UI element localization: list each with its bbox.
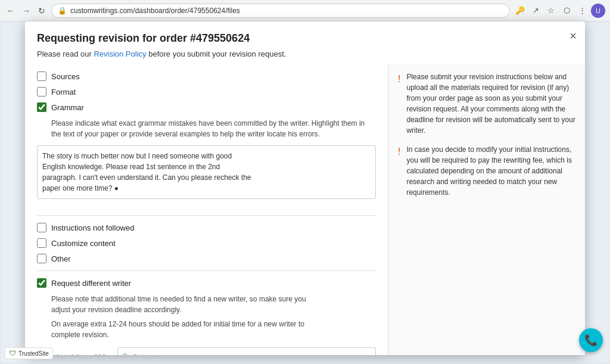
modal-body: Sources Format Grammar Please indicate w… <box>25 64 585 355</box>
browser-chrome: ← → ↻ 🔒 customwritings.com/dashboard/ord… <box>0 0 610 21</box>
modal-subtitle: Please read our Revision Policy before y… <box>37 49 573 58</box>
subtitle-after: before you submit your revision request. <box>147 49 287 58</box>
sources-checkbox[interactable] <box>37 71 46 81</box>
other-checkbox-item: Other <box>37 254 376 263</box>
grammar-textarea[interactable]: The story is much better now but I need … <box>37 145 376 199</box>
close-button[interactable]: × <box>569 30 577 42</box>
menu-icon[interactable]: ⋮ <box>575 4 589 17</box>
grammar-description: Please indicate what exact grammar mista… <box>51 118 376 139</box>
sources-label[interactable]: Sources <box>51 72 80 81</box>
instructions-checkbox-item: Instructions not followed <box>37 223 376 232</box>
divider-2 <box>37 270 376 271</box>
bookmark-icon[interactable]: ☆ <box>544 4 558 17</box>
browser-toolbar: 🔑 ↗ ☆ ⬡ ⋮ U <box>513 4 605 18</box>
grammar-checkbox-item: Grammar <box>37 102 376 112</box>
revision-select[interactable]: Select... 1 hour 3 hours 6 hours 12 hour… <box>117 347 376 355</box>
revision-select-wrapper: Select... 1 hour 3 hours 6 hours 12 hour… <box>117 347 376 355</box>
subtitle-before: Please read our <box>37 49 94 58</box>
revision-within-row: I need revision within: Select... 1 hour… <box>37 347 376 355</box>
key-icon[interactable]: 🔑 <box>513 4 527 17</box>
address-bar[interactable]: 🔒 customwritings.com/dashboard/order/479… <box>51 4 510 18</box>
modal-title: Requesting revision for order #479550624 <box>37 32 573 45</box>
back-button[interactable]: ← <box>5 5 17 17</box>
notice-1: ! Please submit your revision instructio… <box>398 71 575 136</box>
revision-modal: Requesting revision for order #479550624… <box>25 21 585 355</box>
grammar-label[interactable]: Grammar <box>51 103 84 112</box>
trusted-site-badge: 🛡 TrustedSite <box>5 347 53 359</box>
format-checkbox[interactable] <box>37 87 46 97</box>
request-writer-checkbox-item: Request different writer <box>37 278 376 288</box>
right-column: ! Please submit your revision instructio… <box>388 64 585 355</box>
customize-checkbox[interactable] <box>37 238 46 248</box>
instructions-checkbox[interactable] <box>37 223 46 232</box>
format-checkbox-item: Format <box>37 87 376 97</box>
exclamation-icon-1: ! <box>398 72 400 136</box>
instructions-label[interactable]: Instructions not followed <box>51 223 134 232</box>
notice-2-text: In case you decide to modify your initia… <box>406 144 575 198</box>
notice-2: ! In case you decide to modify your init… <box>398 144 575 198</box>
extensions-icon[interactable]: ⬡ <box>560 4 573 17</box>
phone-button[interactable]: 📞 <box>579 328 603 352</box>
profile-avatar[interactable]: U <box>591 4 605 18</box>
request-writer-label[interactable]: Request different writer <box>51 279 131 288</box>
other-checkbox[interactable] <box>37 254 46 263</box>
customize-label[interactable]: Customize content <box>51 239 116 248</box>
forward-button[interactable]: → <box>20 5 32 17</box>
divider-1 <box>37 215 376 216</box>
customize-checkbox-item: Customize content <box>37 238 376 248</box>
notice-1-text: Please submit your revision instructions… <box>406 71 575 136</box>
url-text: customwritings.com/dashboard/order/47955… <box>70 7 240 15</box>
request-writer-checkbox[interactable] <box>37 278 46 288</box>
trusted-site-label: TrustedSite <box>18 350 49 357</box>
left-column: Sources Format Grammar Please indicate w… <box>25 64 388 355</box>
sources-checkbox-item: Sources <box>37 71 376 81</box>
writer-note-2: On average extra 12-24 hours should be a… <box>51 319 376 340</box>
refresh-button[interactable]: ↻ <box>36 5 48 17</box>
share-icon[interactable]: ↗ <box>529 4 542 17</box>
trusted-shield-icon: 🛡 <box>9 349 16 357</box>
writer-note-1: Please note that additional time is need… <box>51 294 376 315</box>
lock-icon: 🔒 <box>58 7 67 15</box>
modal-header: Requesting revision for order #479550624… <box>25 21 585 64</box>
other-label[interactable]: Other <box>51 254 71 263</box>
format-label[interactable]: Format <box>51 88 76 97</box>
exclamation-icon-2: ! <box>398 145 400 198</box>
grammar-checkbox[interactable] <box>37 102 46 112</box>
revision-policy-link[interactable]: Revision Policy <box>94 49 146 58</box>
